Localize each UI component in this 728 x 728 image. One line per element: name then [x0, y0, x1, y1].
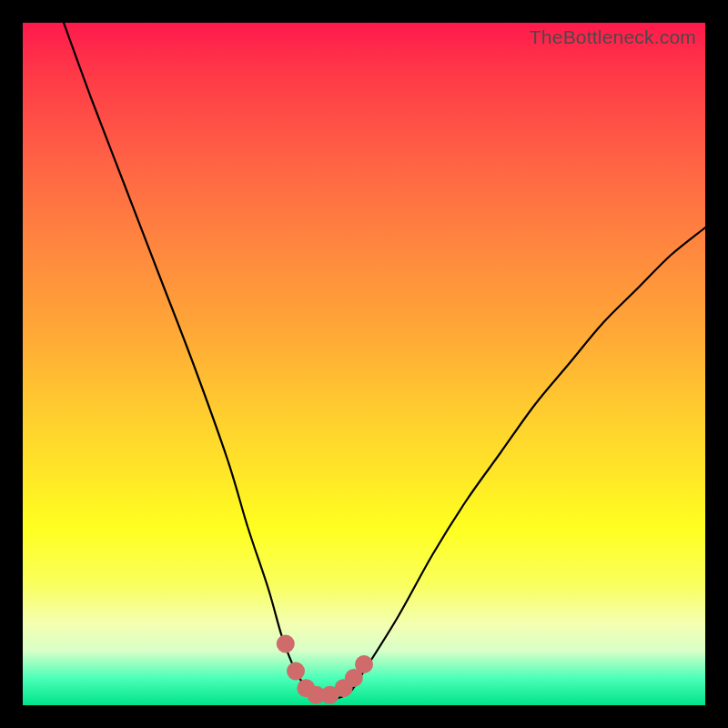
highlight-dot	[355, 655, 373, 673]
bottleneck-curve-path	[64, 23, 705, 699]
chart-svg	[23, 23, 705, 705]
highlight-dot	[287, 662, 305, 681]
highlight-dots-group	[277, 635, 373, 704]
plot-area: TheBottleneck.com	[23, 23, 705, 705]
highlight-dot	[277, 635, 295, 653]
outer-frame: TheBottleneck.com	[0, 0, 728, 728]
